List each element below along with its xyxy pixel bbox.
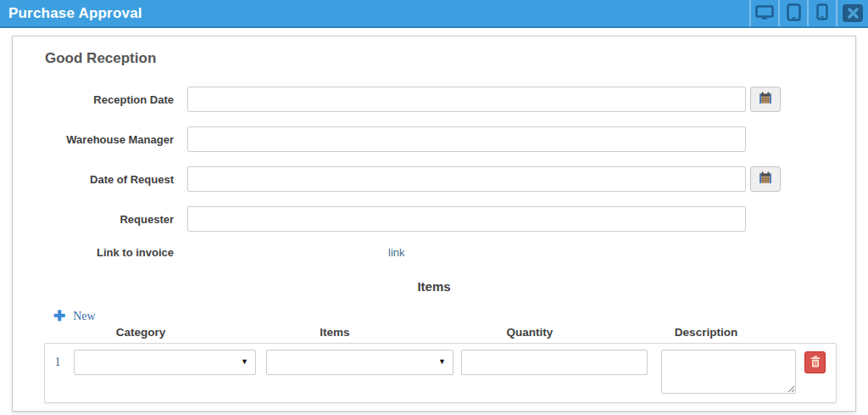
device-preview-toolbar bbox=[749, 0, 868, 26]
field-row-warehouse-manager: Warehouse Manager bbox=[13, 126, 855, 152]
description-textarea[interactable] bbox=[661, 350, 796, 394]
close-icon bbox=[843, 4, 863, 22]
reception-date-input[interactable] bbox=[187, 87, 746, 112]
invoice-link[interactable]: link bbox=[388, 246, 405, 259]
column-header-category: Category bbox=[116, 326, 166, 339]
items-select-wrapper: ▼ bbox=[266, 350, 453, 375]
quantity-input[interactable] bbox=[461, 350, 648, 375]
date-of-request-input[interactable] bbox=[187, 166, 746, 192]
row-index: 1 bbox=[45, 356, 70, 369]
reception-date-label: Reception Date bbox=[13, 93, 174, 106]
section-title: Good Reception bbox=[45, 50, 855, 67]
warehouse-manager-label: Warehouse Manager bbox=[13, 133, 174, 146]
delete-row-button[interactable] bbox=[804, 351, 826, 373]
reception-date-calendar-button[interactable] bbox=[750, 87, 781, 112]
column-header-items: Items bbox=[320, 326, 349, 339]
column-header-quantity: Quantity bbox=[507, 326, 554, 339]
category-select-wrapper: ▼ bbox=[74, 350, 256, 375]
trash-icon bbox=[810, 356, 821, 370]
tablet-preview-icon bbox=[787, 3, 801, 24]
desktop-preview-button[interactable] bbox=[751, 0, 778, 26]
plus-icon: ✚ bbox=[53, 309, 65, 323]
requester-label: Requester bbox=[13, 213, 174, 226]
calendar-icon bbox=[759, 92, 772, 107]
link-to-invoice-label: Link to invoice bbox=[13, 246, 174, 259]
items-select[interactable] bbox=[266, 350, 453, 375]
smartphone-preview-icon bbox=[816, 3, 828, 23]
titlebar: Purchase Approval bbox=[0, 0, 868, 28]
items-grid-row: 1 ▼ ▼ bbox=[44, 343, 837, 403]
date-of-request-label: Date of Request bbox=[13, 173, 174, 186]
field-row-requester: Requester bbox=[13, 206, 855, 232]
calendar-icon bbox=[759, 171, 772, 187]
field-row-link-to-invoice: Link to invoice link bbox=[13, 246, 855, 259]
form-panel: Good Reception Reception Date Warehouse … bbox=[12, 36, 856, 412]
add-row-label: New bbox=[73, 310, 95, 323]
items-grid-header-row: Category Items Quantity Description bbox=[44, 326, 837, 339]
column-header-description: Description bbox=[675, 326, 737, 339]
window-title: Purchase Approval bbox=[0, 5, 749, 22]
close-button[interactable] bbox=[837, 0, 868, 26]
add-row-button[interactable]: ✚ New bbox=[53, 309, 96, 323]
items-section-title: Items bbox=[13, 279, 855, 294]
date-of-request-calendar-button[interactable] bbox=[750, 166, 781, 192]
smartphone-preview-button[interactable] bbox=[809, 0, 836, 26]
field-row-reception-date: Reception Date bbox=[13, 87, 855, 112]
field-row-date-of-request: Date of Request bbox=[13, 166, 855, 192]
category-select[interactable] bbox=[74, 350, 256, 375]
items-grid: Category Items Quantity Description 1 ▼ … bbox=[44, 326, 837, 403]
warehouse-manager-input[interactable] bbox=[187, 126, 746, 152]
tablet-preview-button[interactable] bbox=[780, 0, 807, 26]
desktop-preview-icon bbox=[755, 5, 774, 22]
requester-input[interactable] bbox=[187, 206, 746, 232]
